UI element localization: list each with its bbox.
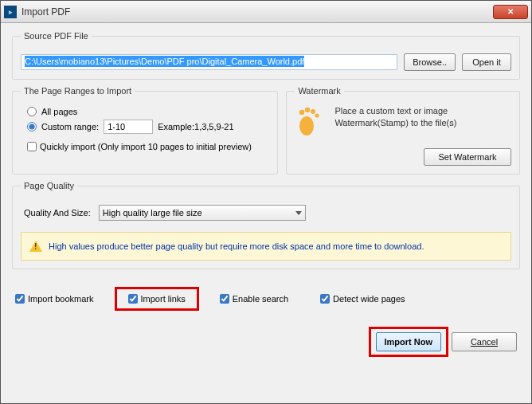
- watermark-group: Watermark Place a custom text or image W…: [286, 86, 520, 175]
- source-path-input[interactable]: C:\Users\mobiano13\Pictures\Demo\PDF pro…: [21, 54, 397, 70]
- import-links-checkbox[interactable]: [128, 294, 138, 304]
- cancel-button[interactable]: Cancel: [452, 332, 517, 351]
- custom-range-row: Custom range: Example:1,3,5,9-21: [27, 120, 269, 134]
- quality-row: Quality And Size: High quality large fil…: [24, 205, 511, 221]
- detect-wide-checkbox[interactable]: [320, 294, 330, 304]
- quality-legend: Page Quality: [21, 181, 77, 190]
- page-quality-group: Page Quality Quality And Size: High qual…: [12, 181, 520, 269]
- window-title: Import PDF: [22, 6, 493, 18]
- custom-range-label: Custom range:: [41, 122, 99, 131]
- source-path-value: C:\Users\mobiano13\Pictures\Demo\PDF pro…: [25, 56, 304, 67]
- detect-wide-item: Detect wide pages: [320, 294, 405, 304]
- dialog-content: Source PDF File C:\Users\mobiano13\Pictu…: [1, 23, 531, 403]
- options-row: Import bookmark Import links Enable sear…: [15, 292, 517, 306]
- svg-point-4: [315, 113, 319, 117]
- mid-row: The Page Ranges to Import All pages Cust…: [12, 86, 520, 175]
- enable-search-item: Enable search: [220, 294, 288, 304]
- svg-point-2: [305, 108, 310, 112]
- chevron-down-icon: [295, 211, 302, 215]
- watermark-legend: Watermark: [295, 86, 343, 96]
- page-ranges-group: The Page Ranges to Import All pages Cust…: [12, 86, 278, 175]
- dialog-window: ▸ Import PDF ✕ Source PDF File C:\Users\…: [0, 0, 532, 404]
- watermark-body: Place a custom text or image Watermark(S…: [295, 105, 511, 137]
- source-row: C:\Users\mobiano13\Pictures\Demo\PDF pro…: [21, 53, 511, 71]
- app-icon: ▸: [4, 6, 17, 18]
- svg-point-0: [299, 116, 314, 135]
- import-bookmark-label: Import bookmark: [28, 294, 94, 304]
- detect-wide-label: Detect wide pages: [333, 294, 405, 304]
- quick-import-label: Quickly import (Only import 10 pages to …: [40, 142, 252, 151]
- quick-import-row: Quickly import (Only import 10 pages to …: [27, 142, 269, 151]
- watermark-btn-row: Set Watermark: [295, 148, 511, 166]
- svg-point-1: [299, 110, 304, 115]
- import-links-item: Import links: [115, 287, 199, 311]
- quick-import-checkbox[interactable]: [27, 142, 37, 151]
- all-pages-row: All pages: [27, 107, 269, 116]
- svg-point-3: [311, 109, 315, 114]
- footer-row: Import Now Cancel: [12, 330, 520, 354]
- quality-info-box: High values produce better page quality …: [21, 232, 511, 261]
- quality-label: Quality And Size:: [24, 208, 91, 218]
- custom-range-radio[interactable]: [27, 122, 37, 131]
- open-it-button[interactable]: Open it: [462, 53, 511, 71]
- set-watermark-button[interactable]: Set Watermark: [424, 148, 511, 166]
- quality-selected-value: High quality large file size: [103, 208, 202, 218]
- all-pages-radio[interactable]: [27, 107, 37, 116]
- source-group: Source PDF File C:\Users\mobiano13\Pictu…: [12, 31, 520, 80]
- import-now-button[interactable]: Import Now: [376, 332, 442, 351]
- quality-select[interactable]: High quality large file size: [99, 205, 306, 221]
- close-icon: ✕: [507, 7, 514, 16]
- watermark-footprint-icon: [295, 105, 327, 137]
- custom-range-input[interactable]: [104, 120, 153, 134]
- source-legend: Source PDF File: [21, 31, 92, 41]
- import-now-highlight: Import Now: [369, 327, 449, 357]
- warning-icon: [29, 241, 42, 252]
- all-pages-label: All pages: [41, 107, 77, 116]
- import-links-label: Import links: [141, 294, 186, 304]
- titlebar: ▸ Import PDF ✕: [1, 1, 531, 23]
- enable-search-label: Enable search: [233, 294, 288, 304]
- close-button[interactable]: ✕: [493, 5, 528, 19]
- import-bookmark-checkbox[interactable]: [15, 294, 25, 304]
- quality-info-text: High values produce better page quality …: [49, 241, 424, 251]
- watermark-text: Place a custom text or image Watermark(S…: [334, 105, 511, 129]
- ranges-legend: The Page Ranges to Import: [21, 86, 135, 96]
- import-bookmark-item: Import bookmark: [15, 294, 94, 304]
- enable-search-checkbox[interactable]: [220, 294, 229, 304]
- browse-button[interactable]: Browse..: [404, 53, 456, 71]
- range-example-label: Example:1,3,5,9-21: [158, 122, 233, 131]
